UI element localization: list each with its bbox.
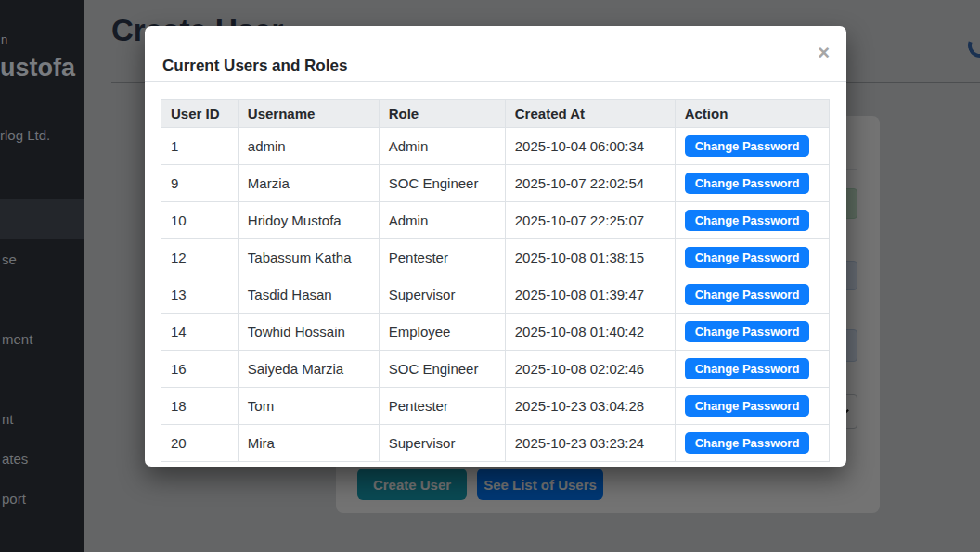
table-row: 1adminAdmin2025-10-04 06:00:34Change Pas… (161, 128, 830, 165)
cell-user-id: 13 (161, 276, 239, 314)
change-password-button[interactable]: Change Password (685, 284, 810, 305)
change-password-button[interactable]: Change Password (685, 210, 810, 231)
column-header: Created At (505, 100, 675, 128)
table-row: 13Tasdid HasanSupervisor2025-10-08 01:39… (161, 276, 830, 314)
cell-created-at: 2025-10-07 22:25:07 (505, 202, 675, 239)
cell-action: Change Password (675, 239, 829, 276)
column-header: Username (238, 100, 379, 128)
change-password-button[interactable]: Change Password (685, 432, 810, 454)
cell-action: Change Password (675, 165, 829, 202)
cell-action: Change Password (675, 388, 829, 425)
table-row: 16Saiyeda MarziaSOC Engineer2025-10-08 0… (161, 351, 830, 388)
cell-action: Change Password (675, 425, 829, 462)
cell-role: Supervisor (379, 425, 505, 462)
sidebar-item-7[interactable]: port (0, 479, 84, 519)
cell-user-id: 12 (161, 239, 239, 276)
cell-created-at: 2025-10-08 01:40:42 (505, 314, 675, 351)
table-row: 18TomPentester2025-10-23 03:04:28Change … (161, 388, 830, 425)
table-row: 14Towhid HossainEmployee2025-10-08 01:40… (161, 314, 830, 351)
sidebar-item-4[interactable] (0, 359, 84, 399)
cell-created-at: 2025-10-08 01:38:15 (505, 239, 675, 276)
cell-user-id: 20 (161, 425, 239, 462)
sidebar: n ustofa rlog Ltd. sementntatesport (0, 0, 84, 552)
sidebar-item-3[interactable]: ment (0, 319, 84, 359)
cell-user-id: 10 (161, 202, 239, 239)
close-icon[interactable]: × (818, 43, 830, 63)
cell-role: Supervisor (379, 276, 505, 314)
change-password-button[interactable]: Change Password (685, 321, 810, 342)
change-password-button[interactable]: Change Password (685, 358, 810, 379)
cell-username: Hridoy Mustofa (238, 202, 379, 239)
cell-user-id: 16 (161, 351, 239, 388)
cell-username: admin (238, 128, 379, 165)
cell-user-id: 18 (161, 388, 239, 425)
table-row: 20MiraSupervisor2025-10-23 03:23:24Chang… (161, 425, 830, 462)
cell-role: SOC Engineer (379, 165, 505, 202)
cell-username: Tom (238, 388, 379, 425)
users-table: User IDUsernameRoleCreated AtAction 1adm… (161, 99, 830, 462)
cell-role: Pentester (379, 239, 505, 276)
sidebar-top-text-fragment: n (1, 32, 7, 46)
cell-created-at: 2025-10-23 03:23:24 (505, 425, 675, 462)
sidebar-item-6[interactable]: ates (0, 439, 84, 479)
column-header: User ID (161, 100, 239, 128)
cell-created-at: 2025-10-23 03:04:28 (505, 388, 675, 425)
cell-created-at: 2025-10-08 02:02:46 (505, 351, 675, 388)
sidebar-item-1[interactable]: se (0, 239, 84, 279)
cell-username: Towhid Hossain (238, 314, 379, 351)
cell-role: Admin (379, 202, 505, 239)
change-password-button[interactable]: Change Password (685, 247, 810, 268)
cell-action: Change Password (675, 276, 829, 314)
current-users-modal: Current Users and Roles × User IDUsernam… (145, 26, 846, 467)
cell-role: Admin (379, 128, 505, 165)
modal-header: Current Users and Roles × (145, 26, 846, 82)
cell-role: Pentester (379, 388, 505, 425)
cell-action: Change Password (675, 351, 829, 388)
table-row: 9MarziaSOC Engineer2025-10-07 22:02:54Ch… (161, 165, 830, 202)
column-header: Action (675, 100, 829, 128)
cell-username: Tasdid Hasan (238, 276, 379, 314)
cell-username: Tabassum Katha (238, 239, 379, 276)
sidebar-company-fragment: rlog Ltd. (0, 127, 50, 143)
modal-title: Current Users and Roles (162, 57, 347, 75)
sidebar-item-2[interactable] (0, 279, 84, 319)
cell-username: Marzia (238, 165, 379, 202)
cell-user-id: 14 (161, 314, 239, 351)
cell-username: Mira (238, 425, 379, 462)
sidebar-menu: sementntatesport (0, 199, 84, 519)
cell-user-id: 1 (161, 128, 239, 165)
cell-action: Change Password (675, 314, 829, 351)
cell-action: Change Password (675, 202, 829, 239)
table-header-row: User IDUsernameRoleCreated AtAction (161, 100, 830, 128)
cell-created-at: 2025-10-04 06:00:34 (505, 128, 675, 165)
cell-username: Saiyeda Marzia (238, 351, 379, 388)
change-password-button[interactable]: Change Password (685, 395, 810, 417)
column-header: Role (379, 100, 505, 128)
cell-role: SOC Engineer (379, 351, 505, 388)
table-row: 12Tabassum KathaPentester2025-10-08 01:3… (161, 239, 830, 276)
cell-created-at: 2025-10-08 01:39:47 (505, 276, 675, 314)
sidebar-item-5[interactable]: nt (0, 399, 84, 439)
cell-action: Change Password (675, 128, 829, 165)
change-password-button[interactable]: Change Password (685, 173, 810, 194)
cell-user-id: 9 (161, 165, 239, 202)
cell-created-at: 2025-10-07 22:02:54 (505, 165, 675, 202)
change-password-button[interactable]: Change Password (685, 135, 810, 157)
sidebar-item-0[interactable] (0, 199, 84, 239)
table-row: 10Hridoy MustofaAdmin2025-10-07 22:25:07… (161, 202, 830, 239)
modal-body: User IDUsernameRoleCreated AtAction 1adm… (145, 82, 846, 462)
cell-role: Employee (379, 314, 505, 351)
sidebar-brand-name-fragment: ustofa (0, 54, 75, 83)
